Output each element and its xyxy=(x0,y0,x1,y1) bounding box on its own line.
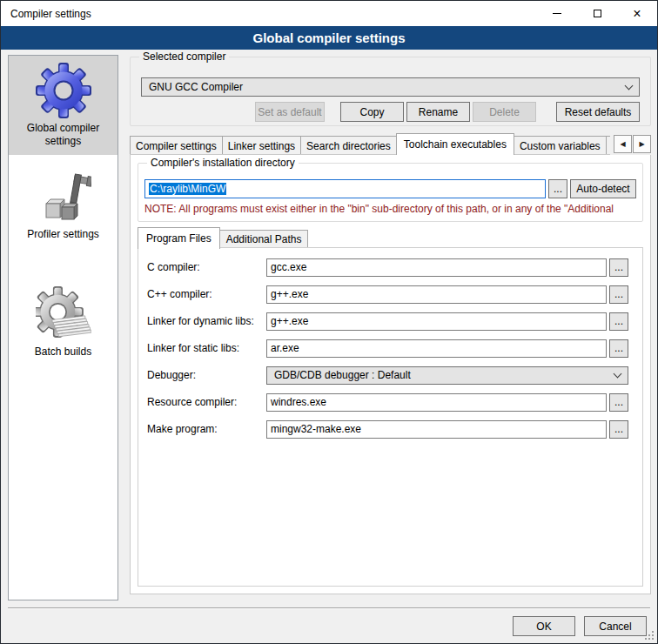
tab-compiler-settings[interactable]: Compiler settings xyxy=(130,136,223,155)
c-compiler-browse-button[interactable]: ... xyxy=(609,258,628,277)
maximize-button[interactable] xyxy=(577,1,617,26)
install-dir-group: Compiler's installation directory C:\ray… xyxy=(138,163,643,222)
resize-grip-dots xyxy=(652,638,654,640)
settings-tabstrip: Compiler settings Linker settings Search… xyxy=(130,131,651,155)
window-controls: × xyxy=(537,1,657,26)
close-button[interactable]: × xyxy=(617,1,657,26)
chevron-down-icon xyxy=(625,81,634,90)
resource-compiler-input[interactable]: windres.exe xyxy=(266,393,607,412)
arrow-left-icon: ◀ xyxy=(620,140,625,148)
button-label: Delete xyxy=(489,106,520,118)
field-row-linker-static: Linker for static libs: ar.exe ... xyxy=(147,339,628,358)
ellipsis-icon: ... xyxy=(614,288,623,300)
compiler-select-value: GNU GCC Compiler xyxy=(149,81,243,93)
main-content: Selected compiler GNU GCC Compiler Set a… xyxy=(130,55,651,594)
field-row-c-compiler: C compiler: gcc.exe ... xyxy=(147,258,628,277)
calipers-icon xyxy=(36,169,91,225)
tab-scroll-arrows: ◀ ▶ xyxy=(610,135,651,155)
install-dir-row: C:\raylib\MinGW ... Auto-detect xyxy=(144,178,636,198)
delete-button[interactable]: Delete xyxy=(473,102,536,122)
selected-compiler-legend: Selected compiler xyxy=(139,50,229,63)
tab-label: Toolchain executables xyxy=(404,138,507,151)
input-value: mingw32-make.exe xyxy=(271,423,361,435)
field-row-debugger: Debugger: GDB/CDB debugger : Default xyxy=(147,366,628,385)
field-row-linker-dynamic: Linker for dynamic libs: g++.exe ... xyxy=(147,312,628,331)
resource-compiler-browse-button[interactable]: ... xyxy=(609,393,628,412)
ok-button[interactable]: OK xyxy=(513,616,575,636)
field-label: Resource compiler: xyxy=(147,396,266,408)
maximize-icon xyxy=(594,10,601,17)
footer-buttons: OK Cancel xyxy=(513,616,647,636)
button-label: Auto-detect xyxy=(576,183,629,195)
auto-detect-button[interactable]: Auto-detect xyxy=(570,179,636,198)
make-program-browse-button[interactable]: ... xyxy=(609,420,628,439)
field-row-cpp-compiler: C++ compiler: g++.exe ... xyxy=(147,285,628,304)
tab-scroll-left-button[interactable]: ◀ xyxy=(614,135,632,153)
install-dir-browse-button[interactable]: ... xyxy=(548,179,567,198)
button-label: Reset defaults xyxy=(565,106,632,118)
tab-program-files[interactable]: Program Files xyxy=(138,227,220,249)
cpp-compiler-input[interactable]: g++.exe xyxy=(266,285,607,304)
field-row-resource-compiler: Resource compiler: windres.exe ... xyxy=(147,392,628,412)
sidebar-item-profiler-settings[interactable]: Profiler settings xyxy=(9,162,118,248)
button-label: Rename xyxy=(419,106,458,118)
button-label: Set as default xyxy=(258,106,321,118)
selected-compiler-group: Selected compiler GNU GCC Compiler Set a… xyxy=(130,57,651,126)
compiler-buttons-row: Set as default Copy Rename Delete Reset … xyxy=(141,102,640,122)
ellipsis-icon: ... xyxy=(614,423,623,435)
linker-dynamic-input[interactable]: g++.exe xyxy=(266,312,607,331)
sidebar-item-batch-builds[interactable]: Batch builds xyxy=(9,279,118,366)
window-title: Compiler settings xyxy=(1,8,91,20)
debugger-select[interactable]: GDB/CDB debugger : Default xyxy=(266,366,628,385)
button-label: OK xyxy=(536,621,551,633)
linker-static-browse-button[interactable]: ... xyxy=(609,339,628,358)
field-label: Make program: xyxy=(147,423,266,435)
rename-button[interactable]: Rename xyxy=(406,102,470,122)
tab-scroll-right-button[interactable]: ▶ xyxy=(633,135,651,153)
tab-label: Compiler settings xyxy=(136,140,217,152)
field-label: C++ compiler: xyxy=(147,288,266,300)
tab-linker-settings[interactable]: Linker settings xyxy=(222,136,301,155)
make-program-input[interactable]: mingw32-make.exe xyxy=(266,420,607,439)
cancel-button[interactable]: Cancel xyxy=(584,616,647,636)
ellipsis-icon: ... xyxy=(614,342,623,354)
field-label: Debugger: xyxy=(147,369,266,381)
copy-button[interactable]: Copy xyxy=(340,102,404,122)
cpp-compiler-browse-button[interactable]: ... xyxy=(609,285,628,304)
compiler-select[interactable]: GNU GCC Compiler xyxy=(141,77,640,97)
field-label: Linker for static libs: xyxy=(147,342,266,354)
linker-static-input[interactable]: ar.exe xyxy=(266,339,607,358)
reset-defaults-button[interactable]: Reset defaults xyxy=(556,102,640,122)
tab-custom-variables[interactable]: Custom variables xyxy=(514,136,607,155)
close-icon: × xyxy=(633,7,641,21)
tab-toolchain-executables[interactable]: Toolchain executables xyxy=(396,133,514,155)
input-value: ar.exe xyxy=(271,342,299,354)
program-files-panel: C compiler: gcc.exe ... C++ compiler: xyxy=(138,247,643,587)
install-dir-note: NOTE: All programs must exist either in … xyxy=(144,203,641,215)
tab-label: Search directories xyxy=(306,140,391,152)
field-label: C compiler: xyxy=(147,261,266,273)
titlebar[interactable]: Compiler settings × xyxy=(1,1,657,26)
chevron-down-icon xyxy=(614,369,622,378)
sidebar-item-global-compiler-settings[interactable]: Global compiler settings xyxy=(9,56,118,155)
tab-search-directories[interactable]: Search directories xyxy=(300,136,397,155)
arrow-right-icon: ▶ xyxy=(639,140,644,148)
linker-dynamic-browse-button[interactable]: ... xyxy=(609,312,628,331)
button-label: Copy xyxy=(359,106,384,118)
c-compiler-input[interactable]: gcc.exe xyxy=(266,258,607,277)
tab-label: Program Files xyxy=(146,232,212,245)
install-dir-input[interactable]: C:\raylib\MinGW xyxy=(144,179,546,198)
tab-label: Linker settings xyxy=(228,140,295,152)
input-value: gcc.exe xyxy=(271,261,306,273)
resize-grip[interactable] xyxy=(643,629,654,640)
minimize-button[interactable] xyxy=(537,1,577,26)
tab-additional-paths[interactable]: Additional Paths xyxy=(219,230,309,248)
ellipsis-icon: ... xyxy=(614,315,623,327)
compiler-settings-dialog: Compiler settings × Global compiler sett… xyxy=(0,0,658,644)
install-dir-legend: Compiler's installation directory xyxy=(147,157,299,169)
sidebar-item-label: Batch builds xyxy=(35,345,91,358)
sidebar-item-label: Profiler settings xyxy=(27,228,99,240)
set-as-default-button[interactable]: Set as default xyxy=(255,102,325,122)
toolchain-executables-page: Compiler's installation directory C:\ray… xyxy=(130,154,651,594)
minimize-icon xyxy=(553,13,561,14)
